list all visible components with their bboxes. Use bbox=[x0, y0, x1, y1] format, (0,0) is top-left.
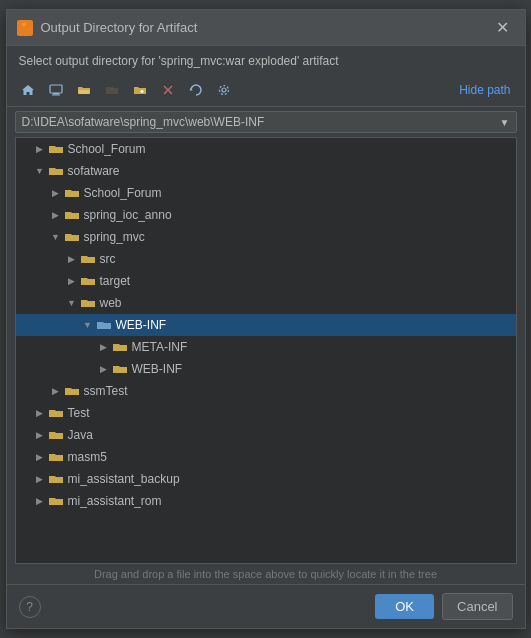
tree-item-label: School_Forum bbox=[84, 186, 162, 200]
folder-icon bbox=[48, 449, 64, 465]
expand-arrow[interactable]: ▼ bbox=[80, 317, 96, 333]
tree-item-label: masm5 bbox=[68, 450, 107, 464]
folder-icon bbox=[64, 229, 80, 245]
tree-row[interactable]: ▶ src bbox=[16, 248, 516, 270]
svg-rect-0 bbox=[20, 25, 30, 33]
expand-arrow[interactable]: ▶ bbox=[48, 383, 64, 399]
svg-marker-2 bbox=[22, 85, 34, 95]
expand-arrow[interactable]: ▼ bbox=[64, 295, 80, 311]
tree-item-label: src bbox=[100, 252, 116, 266]
dialog: Output Directory for Artifact ✕ Select o… bbox=[6, 9, 526, 629]
folder-icon bbox=[48, 405, 64, 421]
tree-item-label: web bbox=[100, 296, 122, 310]
delete-button[interactable] bbox=[155, 78, 181, 102]
close-button[interactable]: ✕ bbox=[490, 16, 515, 39]
tree-row[interactable]: ▶ target bbox=[16, 270, 516, 292]
folder-open-button[interactable] bbox=[71, 78, 97, 102]
tree-item-label: WEB-INF bbox=[116, 318, 167, 332]
folder-icon bbox=[80, 273, 96, 289]
tree-row[interactable]: ▼ web bbox=[16, 292, 516, 314]
tree-row[interactable]: ▶ mi_assistant_backup bbox=[16, 468, 516, 490]
new-folder-icon bbox=[133, 83, 147, 97]
cancel-button[interactable]: Cancel bbox=[442, 593, 512, 620]
expand-arrow[interactable]: ▶ bbox=[32, 449, 48, 465]
tree-row[interactable]: ▶ School_Forum bbox=[16, 138, 516, 160]
tree-item-label: WEB-INF bbox=[132, 362, 183, 376]
expand-arrow[interactable]: ▼ bbox=[32, 163, 48, 179]
new-folder-button[interactable] bbox=[127, 78, 153, 102]
folder-icon bbox=[80, 251, 96, 267]
folder-open-icon bbox=[77, 83, 91, 97]
tree-row[interactable]: ▶ WEB-INF bbox=[16, 358, 516, 380]
tree-row[interactable]: ▶ Java bbox=[16, 424, 516, 446]
refresh-icon bbox=[189, 83, 203, 97]
expand-arrow[interactable]: ▶ bbox=[48, 185, 64, 201]
folder-icon bbox=[64, 383, 80, 399]
tree-row-selected[interactable]: ▼ WEB-INF bbox=[16, 314, 516, 336]
expand-arrow[interactable]: ▶ bbox=[96, 339, 112, 355]
tree-row[interactable]: ▶ School_Forum bbox=[16, 182, 516, 204]
svg-point-13 bbox=[219, 86, 228, 95]
tree-item-label: mi_assistant_backup bbox=[68, 472, 180, 486]
tree-row[interactable]: ▶ spring_ioc_anno bbox=[16, 204, 516, 226]
folder-icon bbox=[48, 471, 64, 487]
settings-icon bbox=[217, 83, 231, 97]
folder-icon bbox=[64, 185, 80, 201]
ok-button[interactable]: OK bbox=[375, 594, 434, 619]
folder-icon bbox=[64, 207, 80, 223]
tree-item-label: META-INF bbox=[132, 340, 188, 354]
title-bar: Output Directory for Artifact ✕ bbox=[7, 10, 525, 46]
home-button[interactable] bbox=[15, 78, 41, 102]
expand-arrow[interactable]: ▶ bbox=[64, 273, 80, 289]
folder-icon bbox=[112, 339, 128, 355]
computer-button[interactable] bbox=[43, 78, 69, 102]
expand-arrow[interactable]: ▶ bbox=[32, 427, 48, 443]
tree-row[interactable]: ▶ META-INF bbox=[16, 336, 516, 358]
folder-icon bbox=[96, 317, 112, 333]
expand-arrow[interactable]: ▶ bbox=[32, 405, 48, 421]
folder-icon bbox=[112, 361, 128, 377]
dialog-subtitle: Select output directory for 'spring_mvc:… bbox=[7, 46, 525, 74]
bottom-bar: ? OK Cancel bbox=[7, 584, 525, 628]
path-dropdown-arrow[interactable]: ▼ bbox=[500, 117, 510, 128]
tree-row[interactable]: ▼ sofatware bbox=[16, 160, 516, 182]
svg-point-12 bbox=[222, 88, 226, 92]
folder-icon bbox=[80, 295, 96, 311]
hide-path-button[interactable]: Hide path bbox=[453, 81, 516, 99]
tree-row[interactable]: ▶ ssmTest bbox=[16, 380, 516, 402]
svg-rect-3 bbox=[50, 85, 62, 93]
settings-button[interactable] bbox=[211, 78, 237, 102]
file-tree: ▶ School_Forum ▼ sofatware ▶ School_Foru… bbox=[15, 137, 517, 564]
folder-up-icon bbox=[105, 83, 119, 97]
expand-arrow[interactable]: ▶ bbox=[32, 471, 48, 487]
tree-item-label: sofatware bbox=[68, 164, 120, 178]
expand-arrow[interactable]: ▶ bbox=[64, 251, 80, 267]
home-icon bbox=[21, 83, 35, 97]
folder-icon bbox=[48, 141, 64, 157]
svg-rect-5 bbox=[52, 95, 60, 96]
tree-item-label: Java bbox=[68, 428, 93, 442]
computer-icon bbox=[49, 83, 63, 97]
tree-row[interactable]: ▶ mi_assistant_rom bbox=[16, 490, 516, 512]
expand-arrow[interactable]: ▶ bbox=[32, 141, 48, 157]
expand-arrow[interactable]: ▶ bbox=[48, 207, 64, 223]
tree-item-label: Test bbox=[68, 406, 90, 420]
expand-arrow[interactable]: ▶ bbox=[96, 361, 112, 377]
tree-item-label: spring_mvc bbox=[84, 230, 145, 244]
svg-rect-1 bbox=[22, 23, 26, 26]
path-value: D:\IDEA\sofatware\spring_mvc\web\WEB-INF bbox=[22, 115, 500, 129]
tree-item-label: School_Forum bbox=[68, 142, 146, 156]
refresh-button[interactable] bbox=[183, 78, 209, 102]
tree-item-label: mi_assistant_rom bbox=[68, 494, 162, 508]
svg-marker-6 bbox=[110, 86, 114, 89]
expand-arrow[interactable]: ▼ bbox=[48, 229, 64, 245]
folder-up-button[interactable] bbox=[99, 78, 125, 102]
tree-row[interactable]: ▶ Test bbox=[16, 402, 516, 424]
tree-row[interactable]: ▼ spring_mvc bbox=[16, 226, 516, 248]
tree-row[interactable]: ▶ masm5 bbox=[16, 446, 516, 468]
tree-item-label: ssmTest bbox=[84, 384, 128, 398]
help-button[interactable]: ? bbox=[19, 596, 41, 618]
tree-item-label: spring_ioc_anno bbox=[84, 208, 172, 222]
hint-text: Drag and drop a file into the space abov… bbox=[7, 564, 525, 584]
expand-arrow[interactable]: ▶ bbox=[32, 493, 48, 509]
